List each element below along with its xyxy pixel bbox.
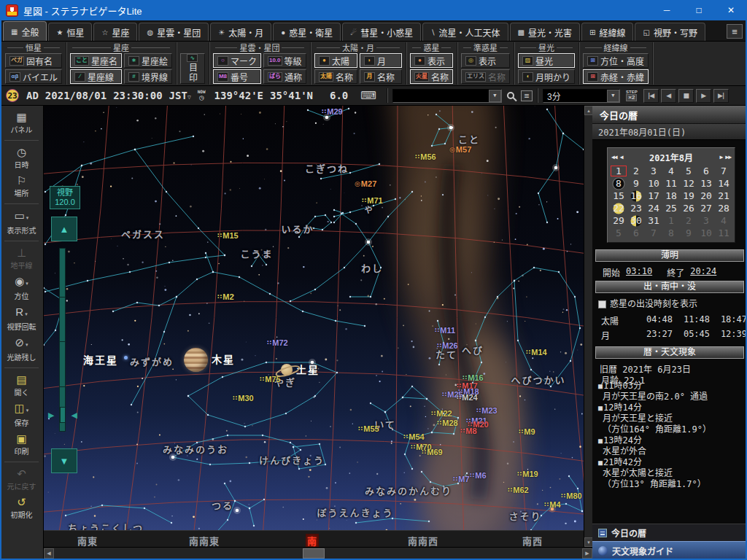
tab-today-almanac[interactable]: 今日の暦 bbox=[592, 524, 747, 541]
ribbon-button-境界線[interactable]: #境界線 bbox=[124, 69, 172, 84]
stop-button[interactable]: ■ bbox=[678, 89, 694, 103]
menu-icon[interactable]: ≡ bbox=[727, 24, 743, 39]
ribbon-button-マーク[interactable]: ○マーク bbox=[213, 53, 261, 68]
step-multiplier-icon[interactable]: STEP×2 bbox=[626, 90, 638, 101]
calendar-day-3[interactable]: 3 bbox=[697, 214, 715, 227]
calendar-day-22[interactable]: 22 bbox=[610, 202, 627, 214]
sidebar-item-日時[interactable]: ◷日時 bbox=[0, 147, 43, 170]
object-list-icon[interactable]: ≡ bbox=[521, 90, 533, 101]
longitude-value[interactable]: 139°42'E bbox=[214, 90, 263, 101]
ribbon-button-太陽[interactable]: ●太陽 bbox=[314, 53, 357, 68]
latitude-value[interactable]: 35°41'N bbox=[270, 90, 313, 101]
calendar-day-25[interactable]: 25 bbox=[662, 202, 680, 214]
tab-星座[interactable]: ☆星座 bbox=[93, 23, 137, 41]
calendar-day-4[interactable]: 4 bbox=[662, 165, 680, 177]
ribbon-button-昼光[interactable]: ▨昼光 bbox=[518, 53, 575, 68]
ribbon-button-星座名[interactable]: こと星座名 bbox=[70, 53, 122, 68]
calendar-day-8[interactable]: 8 bbox=[662, 227, 680, 239]
timezone-dropdown[interactable]: JST▽ bbox=[169, 90, 191, 101]
time-step-select[interactable]: 3分 ▼ bbox=[543, 89, 620, 103]
calendar-day-6[interactable]: 6 bbox=[697, 165, 715, 177]
date-value[interactable]: 2021/08/01 bbox=[45, 90, 107, 101]
ribbon-button-名称[interactable]: 火星名称 bbox=[410, 69, 453, 84]
prev-year-button[interactable]: ◀◀ bbox=[610, 154, 619, 160]
calendar-day-2[interactable]: 2 bbox=[680, 214, 697, 227]
sidebar-item-地平線[interactable]: ⊥地平線 bbox=[0, 247, 43, 271]
calendar-day-26[interactable]: 26 bbox=[680, 202, 697, 214]
map-horizontal-scrollbar[interactable]: ◀ ▶ bbox=[44, 547, 592, 559]
calendar-day-1[interactable]: 1 bbox=[610, 165, 627, 177]
sidebar-item-パネル[interactable]: ▦パネル bbox=[0, 112, 43, 135]
star-map[interactable]: ペガススいるかこうまこぎつねことやわしみずがめやぎたてへびへびつかいみなみのうお… bbox=[44, 106, 584, 530]
ribbon-button-通称[interactable]: ばら通称 bbox=[263, 69, 306, 84]
tab-惑星・衛星[interactable]: ●惑星・衛星 bbox=[273, 23, 341, 41]
chevron-down-icon[interactable]: ▼ bbox=[489, 90, 501, 102]
search-input[interactable]: ▼ bbox=[392, 89, 502, 103]
fov-slider-track[interactable] bbox=[59, 248, 66, 432]
ribbon-button-月明かり[interactable]: ◖月明かり bbox=[518, 69, 575, 84]
sidebar-item-元に戻す[interactable]: ↶元に戻す bbox=[0, 468, 43, 491]
fov-slider-handle[interactable]: ▶◀ bbox=[48, 407, 77, 423]
ribbon-button-赤経・赤緯[interactable]: ⊞赤経・赤緯 bbox=[583, 69, 649, 84]
ribbon-button-名称[interactable]: エリス名称 bbox=[461, 69, 510, 84]
tab-昼光・光害[interactable]: ▩昼光・光害 bbox=[510, 23, 580, 41]
calendar-day-13[interactable]: 13 bbox=[697, 177, 715, 190]
calendar-day-19[interactable]: 19 bbox=[680, 190, 697, 202]
tab-星雲・星団[interactable]: ◍星雲・星団 bbox=[139, 23, 209, 41]
moon-day-badge[interactable]: 23 bbox=[6, 89, 19, 102]
tab-経緯線[interactable]: ⊞経緯線 bbox=[581, 23, 633, 41]
calendar-day-27[interactable]: 27 bbox=[697, 202, 715, 214]
calendar-day-11[interactable]: 11 bbox=[662, 177, 680, 190]
skip-end-button[interactable]: ▶| bbox=[713, 89, 729, 103]
twilight-end-time[interactable]: 20:24 bbox=[690, 266, 716, 279]
map-vertical-scrollbar[interactable]: ▲ ▼ bbox=[584, 106, 592, 547]
calendar-day-10[interactable]: 10 bbox=[697, 227, 715, 239]
prev-month-button[interactable]: ◀ bbox=[619, 154, 624, 160]
calendar-day-24[interactable]: 24 bbox=[645, 202, 662, 214]
calendar-day-10[interactable]: 10 bbox=[645, 177, 662, 190]
now-button[interactable]: NOW◷ bbox=[198, 90, 206, 101]
calendar-day-6[interactable]: 6 bbox=[627, 227, 645, 239]
ribbon-button-等級[interactable]: 10.0等級 bbox=[263, 53, 306, 68]
calendar-day-31[interactable]: 31 bbox=[645, 214, 662, 227]
zoom-in-button[interactable]: ▲ bbox=[51, 217, 77, 241]
time-value[interactable]: 23:30:00 bbox=[113, 90, 162, 101]
ribbon-button-星座絵[interactable]: ∗星座絵 bbox=[124, 53, 172, 68]
calendar-day-3[interactable]: 3 bbox=[645, 165, 662, 177]
minimize-button[interactable]: ─ bbox=[651, 0, 683, 20]
calendar-day-8[interactable]: 8 bbox=[610, 177, 627, 190]
zoom-out-button[interactable]: ▼ bbox=[51, 448, 77, 473]
scroll-right-icon[interactable]: ▶ bbox=[582, 548, 592, 559]
ribbon-button-方位・高度[interactable]: ⊞方位・高度 bbox=[583, 53, 649, 68]
ribbon-button-名称[interactable]: 月名称 bbox=[360, 69, 402, 84]
calendar-day-7[interactable]: 7 bbox=[645, 227, 662, 239]
neptune-dot[interactable] bbox=[124, 356, 128, 359]
calendar-day-12[interactable]: 12 bbox=[680, 177, 697, 190]
ribbon-button-名称[interactable]: 太陽名称 bbox=[314, 69, 357, 84]
calendar-day-7[interactable]: 7 bbox=[715, 165, 732, 177]
calendar-day-18[interactable]: 18 bbox=[662, 190, 680, 202]
calendar-day-15[interactable]: 15 bbox=[610, 190, 627, 202]
search-icon[interactable] bbox=[507, 92, 514, 99]
calendar-day-9[interactable]: 9 bbox=[680, 227, 697, 239]
ribbon-button-表示[interactable]: ●表示 bbox=[410, 53, 453, 68]
checkbox-icon[interactable] bbox=[598, 300, 606, 308]
calendar-day-16[interactable]: 16 bbox=[627, 190, 645, 202]
ribbon-button-星座線[interactable]: ∕星座線 bbox=[70, 69, 122, 84]
twilight-start-time[interactable]: 03:10 bbox=[626, 266, 652, 279]
saturn-disk[interactable] bbox=[281, 364, 293, 376]
ribbon-button-月[interactable]: ◗月 bbox=[360, 53, 402, 68]
sidebar-item-視野回転[interactable]: R▾視野回転 bbox=[0, 306, 43, 332]
calendar-day-5[interactable]: 5 bbox=[610, 227, 627, 239]
step-back-button[interactable]: ◀ bbox=[661, 89, 676, 103]
maximize-button[interactable]: □ bbox=[683, 0, 715, 20]
calendar-day-1[interactable]: 1 bbox=[662, 214, 680, 227]
scrollbar-thumb[interactable] bbox=[303, 548, 325, 559]
ribbon-button-表示[interactable]: ◎表示 bbox=[461, 53, 510, 68]
sidebar-item-場所[interactable]: ⚐場所 bbox=[0, 175, 43, 198]
next-month-button[interactable]: ▶ bbox=[719, 154, 724, 160]
calendar-day-28[interactable]: 28 bbox=[715, 202, 732, 214]
skip-start-button[interactable]: |◀ bbox=[643, 89, 659, 103]
calendar-day-4[interactable]: 4 bbox=[715, 214, 732, 227]
calendar-day-21[interactable]: 21 bbox=[715, 190, 732, 202]
